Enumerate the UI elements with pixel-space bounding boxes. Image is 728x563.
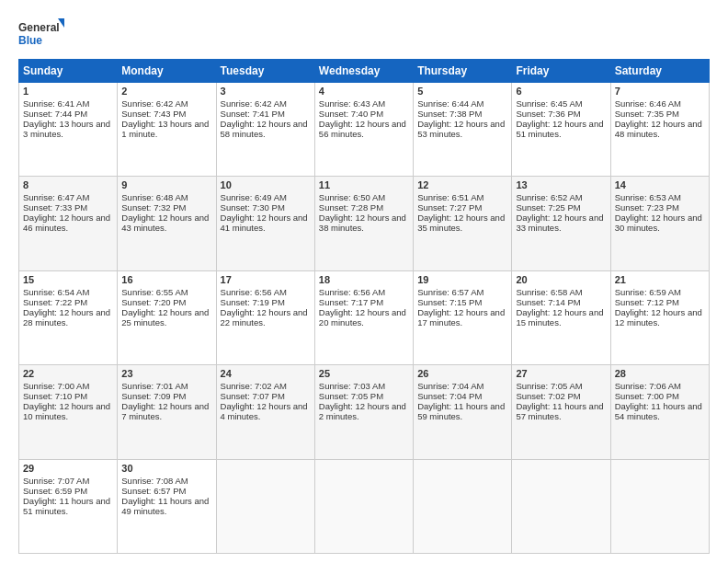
- daylight-text: Daylight: 12 hours and 25 minutes.: [121, 307, 209, 327]
- day-number: 5: [417, 86, 507, 97]
- sunset-text: Sunset: 7:05 PM: [319, 391, 383, 401]
- sunset-text: Sunset: 7:43 PM: [121, 109, 186, 119]
- daylight-text: Daylight: 12 hours and 38 minutes.: [319, 213, 406, 233]
- day-number: 28: [615, 368, 705, 379]
- sunset-text: Sunset: 7:20 PM: [121, 297, 186, 307]
- sunset-text: Sunset: 7:33 PM: [23, 202, 87, 213]
- sunset-text: Sunset: 7:00 PM: [615, 391, 679, 401]
- daylight-text: Daylight: 11 hours and 57 minutes.: [516, 401, 603, 421]
- sunrise-text: Sunrise: 6:51 AM: [417, 192, 483, 202]
- daylight-text: Daylight: 12 hours and 28 minutes.: [23, 307, 110, 327]
- sunset-text: Sunset: 7:25 PM: [516, 202, 580, 213]
- day-number: 29: [23, 463, 113, 474]
- page: General Blue SundayMondayTuesdayWednesda…: [0, 0, 728, 563]
- day-cell: 15Sunrise: 6:54 AMSunset: 7:22 PMDayligh…: [19, 270, 118, 364]
- day-number: 12: [417, 179, 507, 190]
- sunrise-text: Sunrise: 6:56 AM: [319, 287, 385, 297]
- day-number: 9: [121, 179, 211, 190]
- day-number: 20: [516, 274, 606, 285]
- daylight-text: Daylight: 12 hours and 30 minutes.: [615, 213, 702, 233]
- day-number: 10: [221, 179, 311, 190]
- sunset-text: Sunset: 7:41 PM: [221, 109, 285, 119]
- week-row-4: 22Sunrise: 7:00 AMSunset: 7:10 PMDayligh…: [19, 365, 710, 459]
- sunset-text: Sunset: 6:57 PM: [121, 486, 186, 496]
- sunset-text: Sunset: 7:36 PM: [516, 109, 580, 119]
- sunrise-text: Sunrise: 6:58 AM: [516, 287, 582, 297]
- sunset-text: Sunset: 7:30 PM: [221, 202, 285, 213]
- sunset-text: Sunset: 7:12 PM: [615, 297, 679, 307]
- week-row-2: 8Sunrise: 6:47 AMSunset: 7:33 PMDaylight…: [19, 177, 710, 270]
- sunset-text: Sunset: 7:04 PM: [417, 391, 482, 401]
- daylight-text: Daylight: 12 hours and 35 minutes.: [417, 213, 505, 233]
- daylight-text: Daylight: 12 hours and 53 minutes.: [417, 119, 505, 139]
- header-cell-monday: Monday: [118, 60, 216, 83]
- day-cell: [414, 459, 512, 553]
- sunrise-text: Sunrise: 6:48 AM: [121, 192, 188, 202]
- sunset-text: Sunset: 7:09 PM: [121, 391, 186, 401]
- day-cell: 16Sunrise: 6:55 AMSunset: 7:20 PMDayligh…: [118, 270, 216, 364]
- day-number: 11: [319, 179, 409, 190]
- daylight-text: Daylight: 12 hours and 56 minutes.: [319, 119, 406, 139]
- daylight-text: Daylight: 11 hours and 51 minutes.: [23, 496, 110, 516]
- sunrise-text: Sunrise: 6:47 AM: [23, 192, 89, 202]
- day-cell: 21Sunrise: 6:59 AMSunset: 7:12 PMDayligh…: [610, 270, 709, 364]
- daylight-text: Daylight: 12 hours and 43 minutes.: [121, 213, 209, 233]
- sunrise-text: Sunrise: 6:42 AM: [221, 98, 287, 109]
- day-number: 4: [319, 86, 409, 97]
- header-cell-thursday: Thursday: [414, 60, 512, 83]
- sunrise-text: Sunrise: 6:43 AM: [319, 98, 385, 109]
- day-number: 16: [121, 274, 211, 285]
- sunset-text: Sunset: 7:19 PM: [221, 297, 285, 307]
- daylight-text: Daylight: 12 hours and 33 minutes.: [516, 213, 603, 233]
- day-number: 17: [221, 274, 311, 285]
- day-cell: 28Sunrise: 7:06 AMSunset: 7:00 PMDayligh…: [610, 365, 709, 459]
- sunrise-text: Sunrise: 6:53 AM: [615, 192, 681, 202]
- day-cell: 26Sunrise: 7:04 AMSunset: 7:04 PMDayligh…: [414, 365, 512, 459]
- daylight-text: Daylight: 12 hours and 2 minutes.: [319, 401, 406, 421]
- daylight-text: Daylight: 12 hours and 51 minutes.: [516, 119, 603, 139]
- logo: General Blue: [18, 17, 64, 50]
- day-cell: 25Sunrise: 7:03 AMSunset: 7:05 PMDayligh…: [314, 365, 413, 459]
- day-cell: 3Sunrise: 6:42 AMSunset: 7:41 PMDaylight…: [216, 83, 314, 177]
- header: General Blue: [18, 17, 710, 50]
- sunset-text: Sunset: 6:59 PM: [23, 486, 87, 496]
- sunrise-text: Sunrise: 7:08 AM: [121, 476, 188, 486]
- daylight-text: Daylight: 12 hours and 41 minutes.: [221, 213, 308, 233]
- daylight-text: Daylight: 12 hours and 20 minutes.: [319, 307, 406, 327]
- day-number: 15: [23, 274, 113, 285]
- day-number: 6: [516, 86, 606, 97]
- sunrise-text: Sunrise: 7:05 AM: [516, 381, 582, 391]
- day-cell: 19Sunrise: 6:57 AMSunset: 7:15 PMDayligh…: [414, 270, 512, 364]
- svg-text:General: General: [18, 21, 60, 34]
- sunrise-text: Sunrise: 7:03 AM: [319, 381, 385, 391]
- header-cell-tuesday: Tuesday: [216, 60, 314, 83]
- sunrise-text: Sunrise: 6:42 AM: [121, 98, 188, 109]
- day-number: 18: [319, 274, 409, 285]
- daylight-text: Daylight: 11 hours and 49 minutes.: [121, 496, 209, 516]
- daylight-text: Daylight: 12 hours and 48 minutes.: [615, 119, 702, 139]
- sunset-text: Sunset: 7:28 PM: [319, 202, 383, 213]
- day-number: 8: [23, 179, 113, 190]
- calendar-table: SundayMondayTuesdayWednesdayThursdayFrid…: [18, 59, 710, 554]
- daylight-text: Daylight: 13 hours and 3 minutes.: [23, 119, 110, 139]
- sunset-text: Sunset: 7:17 PM: [319, 297, 383, 307]
- day-cell: 1Sunrise: 6:41 AMSunset: 7:44 PMDaylight…: [19, 83, 118, 177]
- sunrise-text: Sunrise: 6:57 AM: [417, 287, 483, 297]
- header-row: SundayMondayTuesdayWednesdayThursdayFrid…: [19, 60, 710, 83]
- sunset-text: Sunset: 7:14 PM: [516, 297, 580, 307]
- day-cell: 29Sunrise: 7:07 AMSunset: 6:59 PMDayligh…: [19, 459, 118, 553]
- daylight-text: Daylight: 12 hours and 46 minutes.: [23, 213, 110, 233]
- sunset-text: Sunset: 7:23 PM: [615, 202, 679, 213]
- sunset-text: Sunset: 7:02 PM: [516, 391, 580, 401]
- day-number: 14: [615, 179, 705, 190]
- daylight-text: Daylight: 12 hours and 12 minutes.: [615, 307, 702, 327]
- day-cell: 11Sunrise: 6:50 AMSunset: 7:28 PMDayligh…: [314, 177, 413, 270]
- day-number: 19: [417, 274, 507, 285]
- week-row-3: 15Sunrise: 6:54 AMSunset: 7:22 PMDayligh…: [19, 270, 710, 364]
- day-cell: 24Sunrise: 7:02 AMSunset: 7:07 PMDayligh…: [216, 365, 314, 459]
- daylight-text: Daylight: 11 hours and 59 minutes.: [417, 401, 505, 421]
- day-cell: 9Sunrise: 6:48 AMSunset: 7:32 PMDaylight…: [118, 177, 216, 270]
- day-cell: 6Sunrise: 6:45 AMSunset: 7:36 PMDaylight…: [512, 83, 610, 177]
- daylight-text: Daylight: 12 hours and 10 minutes.: [23, 401, 110, 421]
- sunrise-text: Sunrise: 6:41 AM: [23, 98, 89, 109]
